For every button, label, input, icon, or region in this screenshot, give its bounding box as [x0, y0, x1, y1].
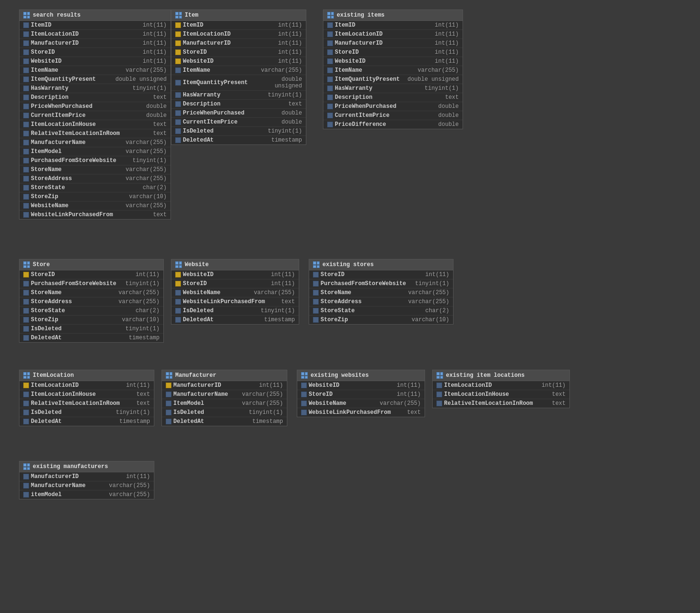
column-name-text: ManufacturerID — [31, 473, 79, 480]
table-row: IsDeletedtinyint(1) — [171, 127, 306, 136]
table-row: ItemQuantityPresentdouble unsigned — [171, 75, 306, 91]
column-name-text: PurchasedFromStoreWebsite — [321, 280, 406, 287]
table-row: Descriptiontext — [19, 93, 170, 102]
column-name-text: DeletedAt — [31, 335, 62, 341]
column-type: int(11) — [143, 22, 167, 29]
table-row: ItemNamevarchar(255) — [323, 66, 463, 75]
column-type: varchar(255) — [109, 491, 150, 498]
column-icon — [313, 317, 319, 323]
column-name: StoreName — [23, 166, 62, 173]
column-icon — [23, 58, 29, 64]
column-name: CurrentItemPrice — [327, 112, 389, 119]
table-header-item: Item — [171, 10, 306, 21]
table-existing_websites[interactable]: existing websitesWebsiteIDint(11)StoreID… — [297, 370, 425, 417]
column-name-text: ManufacturerName — [173, 391, 228, 398]
table-row: ItemLocationIDint(11) — [19, 381, 154, 390]
column-icon — [23, 203, 29, 209]
column-type: varchar(255) — [380, 400, 421, 407]
table-row: ManufacturerIDint(11) — [19, 472, 154, 481]
table-row: DeletedAttimestamp — [171, 316, 299, 324]
table-store[interactable]: StoreStoreIDint(11)PurchasedFromStoreWeb… — [19, 259, 164, 343]
column-type: text — [445, 94, 459, 101]
column-name-text: ItemLocationID — [335, 31, 383, 38]
column-name-text: ItemModel — [173, 400, 204, 407]
column-icon — [23, 22, 29, 28]
table-existing_items[interactable]: existing itemsItemIDint(11)ItemLocationI… — [323, 10, 463, 129]
table-row: WebsiteIDint(11) — [323, 57, 463, 66]
column-icon — [301, 392, 307, 397]
table-item_location[interactable]: ItemLocationItemLocationIDint(11)ItemLoc… — [19, 370, 154, 426]
column-icon — [23, 410, 29, 415]
column-name: WebsiteID — [175, 58, 214, 65]
table-row: ItemModelvarchar(255) — [162, 399, 287, 408]
column-type: int(11) — [143, 49, 167, 56]
column-name: ItemID — [175, 22, 203, 29]
table-row: HasWarrantytinyint(1) — [19, 84, 170, 93]
column-type: text — [153, 211, 167, 218]
column-type: int(11) — [278, 58, 302, 65]
table-row: ManufacturerIDint(11) — [162, 381, 287, 390]
column-name: WebsiteID — [327, 58, 366, 65]
table-row: WebsiteLinkPurchasedFromtext — [297, 408, 425, 417]
column-icon — [327, 104, 333, 109]
column-icon — [175, 308, 181, 314]
column-name: StoreID — [327, 49, 359, 56]
column-name-text: RelativeItemLocationInRoom — [444, 400, 533, 407]
table-existing_item_locations[interactable]: existing item locationsItemLocationIDint… — [432, 370, 570, 408]
column-icon — [313, 281, 319, 287]
column-type: tinyint(1) — [132, 157, 167, 164]
table-row: StoreStatechar(2) — [309, 306, 453, 316]
column-name: StoreAddress — [23, 298, 72, 305]
column-name: Description — [327, 94, 372, 101]
column-name-text: ManufacturerName — [31, 139, 85, 146]
table-row: IsDeletedtinyint(1) — [162, 408, 287, 417]
column-name: StoreID — [23, 271, 55, 278]
primary-key-icon — [175, 22, 181, 28]
column-name: StoreAddress — [23, 175, 72, 182]
table-row: ManufacturerIDint(11) — [19, 39, 170, 48]
table-title: Manufacturer — [175, 372, 216, 379]
table-search_results[interactable]: search resultsItemIDint(11)ItemLocationI… — [19, 10, 171, 220]
column-icon — [436, 392, 442, 397]
column-name-text: DeletedAt — [183, 316, 214, 323]
column-name: PurchasedFromStoreWebsite — [313, 280, 406, 287]
column-name-text: IsDeleted — [183, 307, 214, 314]
table-row: PriceWhenPurchaseddouble — [323, 102, 463, 111]
column-name-text: StoreZip — [321, 316, 348, 323]
column-icon — [301, 401, 307, 406]
column-name-text: StoreID — [31, 49, 55, 56]
column-type: int(11) — [278, 40, 302, 47]
table-manufacturer[interactable]: ManufacturerManufacturerIDint(11)Manufac… — [161, 370, 287, 426]
column-type: int(11) — [435, 58, 459, 65]
table-existing_stores[interactable]: existing storesStoreIDint(11)PurchasedFr… — [309, 259, 454, 325]
table-website[interactable]: WebsiteWebsiteIDint(11)StoreIDint(11)Web… — [171, 259, 299, 325]
column-icon — [175, 299, 181, 305]
table-row: WebsiteNamevarchar(255) — [297, 399, 425, 408]
column-type: varchar(255) — [126, 202, 167, 209]
column-name: ItemModel — [166, 400, 204, 407]
table-item[interactable]: ItemItemIDint(11)ItemLocationIDint(11)Ma… — [171, 10, 306, 145]
column-name: WebsiteID — [301, 382, 340, 389]
column-type: int(11) — [542, 382, 566, 389]
column-name: HasWarranty — [23, 85, 68, 92]
column-name: WebsiteID — [23, 58, 62, 65]
column-type: tinyint(1) — [261, 307, 295, 314]
table-row: StoreZipvarchar(10) — [19, 316, 163, 325]
table-row: WebsiteIDint(11) — [297, 381, 425, 390]
foreign-key-icon — [175, 58, 181, 64]
column-name-text: ItemID — [31, 22, 51, 29]
column-icon — [23, 86, 29, 91]
column-icon — [23, 140, 29, 145]
table-row: ItemModelvarchar(255) — [19, 147, 170, 156]
column-name-text: ItemQuantityPresent — [183, 79, 248, 86]
column-name: StoreAddress — [313, 298, 361, 305]
column-name-text: ItemID — [335, 22, 355, 29]
table-header-existing_manufacturers: existing manufacturers — [19, 461, 154, 472]
column-name: Description — [23, 94, 68, 101]
table-header-store: Store — [19, 259, 163, 270]
table-existing_manufacturers[interactable]: existing manufacturersManufacturerIDint(… — [19, 461, 154, 499]
column-name-text: WebsiteID — [183, 271, 214, 278]
column-icon — [436, 383, 442, 388]
table-row: PurchasedFromStoreWebsitetinyint(1) — [19, 279, 163, 288]
column-name: ItemLocationInHouse — [23, 121, 96, 128]
